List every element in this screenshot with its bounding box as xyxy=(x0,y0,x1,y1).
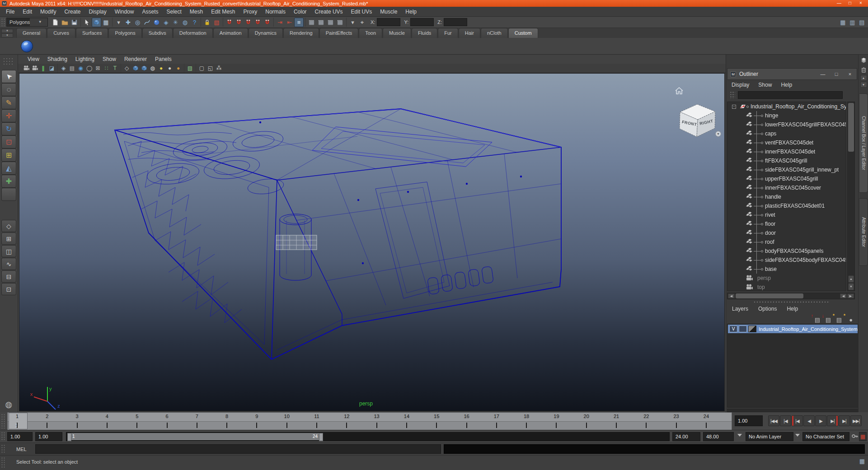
command-line-grip[interactable] xyxy=(1,444,5,454)
frame-number-21[interactable]: 21 xyxy=(610,414,623,419)
auto-keyframe-toggle[interactable] xyxy=(851,433,859,441)
panel-splitter[interactable] xyxy=(753,301,830,303)
outliner-node-ventfbxasc045det[interactable]: ventFBXASC045det xyxy=(727,138,846,147)
select-by-object-type[interactable] xyxy=(92,18,101,27)
outliner-node-base[interactable]: base xyxy=(727,265,846,274)
node-label[interactable]: innerFBXASC045det xyxy=(765,149,815,155)
outliner-node-upperfbxasc045grill[interactable]: upperFBXASC045grill xyxy=(727,174,846,183)
shelf-tab-polygons[interactable]: Polygons xyxy=(108,28,141,38)
mel-input-field[interactable] xyxy=(35,444,441,454)
smooth-shade-icon[interactable] xyxy=(131,64,140,72)
node-label[interactable]: lowerFBXASC045grillFBXASC045pt xyxy=(765,121,846,128)
menu-help[interactable]: Help xyxy=(401,7,421,17)
node-label[interactable]: door xyxy=(765,230,776,236)
select-deformations-mask[interactable]: ◈ xyxy=(161,18,171,27)
show-manipulator-tool[interactable]: ✚ xyxy=(1,175,16,188)
playback-start-field[interactable]: 1.00 xyxy=(35,432,62,441)
select-miscellaneous-mask[interactable]: ? xyxy=(190,18,199,27)
node-label[interactable]: rivet xyxy=(765,212,775,218)
layer-visibility-toggle[interactable]: V xyxy=(729,326,737,332)
attribute-editor-tab[interactable]: Attribute Editor xyxy=(859,198,868,266)
all-lights-icon[interactable]: ● xyxy=(174,64,183,72)
menu-create[interactable]: Create xyxy=(60,7,84,17)
go-to-start-button[interactable]: |◀◀ xyxy=(768,415,779,426)
outliner-vertical-scrollbar[interactable]: ▲ ▼ xyxy=(847,102,855,291)
save-scene[interactable] xyxy=(70,18,79,27)
snap-to-view-planes[interactable] xyxy=(253,18,263,27)
node-label[interactable]: hinge xyxy=(765,112,778,119)
shelf-tab-animation[interactable]: Animation xyxy=(213,28,248,38)
character-set-field[interactable]: No Character Set xyxy=(802,432,849,441)
node-label[interactable]: base xyxy=(765,266,777,272)
go-to-end-button[interactable]: ▶▶| xyxy=(850,415,862,426)
viewport-menu-renderer[interactable]: Renderer xyxy=(120,54,151,64)
highlight-selection-mode[interactable]: ▧ xyxy=(212,18,221,27)
close-button[interactable]: × xyxy=(855,0,866,7)
animation-preferences-button[interactable]: ▦ xyxy=(859,432,867,441)
camera-attributes-icon[interactable] xyxy=(30,64,39,72)
menu-create-uvs[interactable]: Create UVs xyxy=(311,7,347,17)
shelf-tab-fluids[interactable]: Fluids xyxy=(412,28,437,38)
node-label[interactable]: ftFBXASC045grill xyxy=(765,158,807,164)
field-chart-icon[interactable]: ⊠ xyxy=(94,64,102,72)
new-scene[interactable] xyxy=(51,18,60,27)
node-label[interactable]: roof xyxy=(765,239,774,245)
node-label[interactable]: upperFBXASC045grill xyxy=(765,176,818,182)
outliner-maximize-button[interactable]: □ xyxy=(830,71,843,77)
frame-number-1[interactable]: 1 xyxy=(10,414,24,419)
open-scene[interactable] xyxy=(60,18,70,27)
multi-pane-icon[interactable]: ⁂ xyxy=(215,64,223,72)
frame-number-3[interactable]: 3 xyxy=(70,414,84,419)
select-curves-mask[interactable] xyxy=(142,18,152,27)
make-selected-live[interactable] xyxy=(263,18,272,27)
shelf-tab-rendering[interactable]: Rendering xyxy=(283,28,319,38)
frame-number-22[interactable]: 22 xyxy=(639,414,653,419)
shelf-tab-general[interactable]: General xyxy=(16,28,47,38)
render-settings[interactable] xyxy=(335,18,345,27)
select-rendering-mask[interactable]: ◍ xyxy=(180,18,190,27)
paint-effects-panel-button[interactable]: ◍ xyxy=(2,399,15,410)
attribute-editor-toggle[interactable]: ▤ xyxy=(857,18,867,27)
shelf-tab-custom[interactable]: Custom xyxy=(508,28,538,38)
menu-assets[interactable]: Assets xyxy=(138,7,162,17)
layer-color-swatch[interactable] xyxy=(748,326,756,332)
wireframe-model[interactable]: y x z xyxy=(19,74,725,411)
snap-to-curves[interactable] xyxy=(234,18,244,27)
node-label[interactable]: floor xyxy=(765,221,775,227)
outliner-node-innerfbxasc045det[interactable]: innerFBXASC045det xyxy=(727,147,846,156)
render-view[interactable] xyxy=(307,18,316,27)
viewport-menu-lighting[interactable]: Lighting xyxy=(71,54,99,64)
outliner-close-button[interactable]: × xyxy=(843,71,857,77)
channel-box-layer-editor-tab[interactable]: Channel Box / Layer Editor xyxy=(859,93,868,193)
shelf-tab-hair[interactable]: Hair xyxy=(459,28,480,38)
persp-graph-layout[interactable]: ∿ xyxy=(1,258,16,270)
menu-set-selector[interactable]: Polygons ▼ xyxy=(6,18,48,27)
scrollbar-thumb[interactable] xyxy=(736,293,803,298)
outliner-node-lowerfbxasc045grillfbxasc045pt[interactable]: lowerFBXASC045grillFBXASC045pt xyxy=(727,120,846,129)
input-connections[interactable]: ⇥ xyxy=(275,18,285,27)
frame-number-9[interactable]: 9 xyxy=(250,414,263,419)
custom-shelf-item[interactable] xyxy=(21,40,33,52)
bookmark-icon[interactable]: ❚ xyxy=(39,64,47,72)
outliner-node-ftfbxasc045grill[interactable]: ftFBXASC045grill xyxy=(727,156,846,165)
frame-number-12[interactable]: 12 xyxy=(340,414,353,419)
resolution-gate-icon[interactable]: ◉ xyxy=(76,64,85,72)
safe-action-icon[interactable]: ∷ xyxy=(102,64,111,72)
menu-muscle[interactable]: Muscle xyxy=(376,7,401,17)
tool-settings-toggle[interactable]: ▥ xyxy=(848,18,857,27)
shelf-tab-surfaces[interactable]: Surfaces xyxy=(76,28,108,38)
outliner-node-caps[interactable]: caps xyxy=(727,129,846,138)
step-back-frame-button[interactable]: |◀ xyxy=(780,415,791,426)
shelf-tab-toon[interactable]: Toon xyxy=(359,28,382,38)
maximize-button[interactable]: □ xyxy=(845,0,855,7)
select-tool[interactable]: ➤ xyxy=(1,70,16,83)
outliner-node-hinge[interactable]: hinge xyxy=(727,111,846,120)
scrollbar-thumb[interactable] xyxy=(848,103,854,152)
scroll-left-button[interactable]: ◀ xyxy=(728,293,735,298)
layer-row[interactable]: V Industrial_Rooftop_Air_Conditioning_Sy… xyxy=(728,325,858,333)
menu-modify[interactable]: Modify xyxy=(36,7,60,17)
frame-number-18[interactable]: 18 xyxy=(520,414,533,419)
layer-playback-toggle[interactable] xyxy=(739,326,747,332)
selection-mask-menu[interactable]: ▾ xyxy=(114,18,123,27)
anim-layer-dropdown-icon[interactable] xyxy=(737,434,742,437)
